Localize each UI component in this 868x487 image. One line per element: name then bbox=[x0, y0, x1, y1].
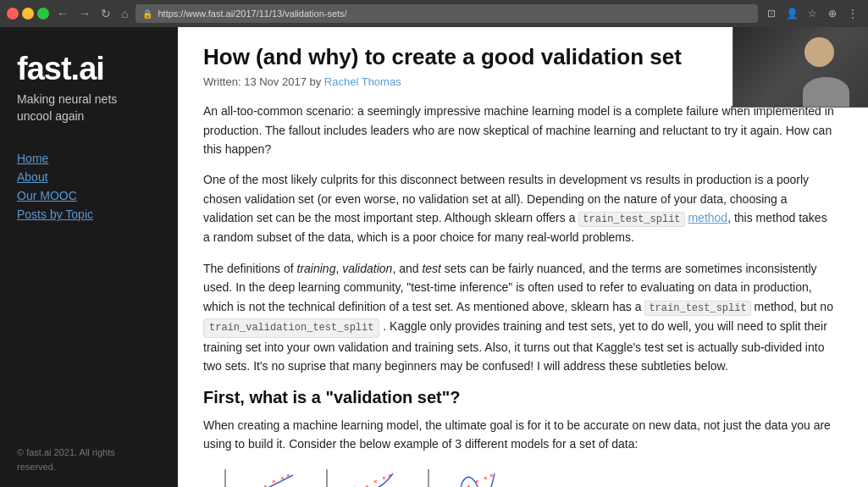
video-person bbox=[733, 27, 868, 107]
chart-3-svg: × × × × × × × bbox=[420, 465, 505, 487]
charts-row: Price × × × × × × × bbox=[203, 465, 834, 487]
menu-icon[interactable]: ⋮ bbox=[844, 5, 861, 22]
chart-3: Price × × × × × × × bbox=[406, 465, 508, 487]
browser-chrome: ← → ↻ ⌂ 🔒 https://www.fast.ai/2017/11/13… bbox=[0, 0, 868, 27]
site-logo: fast.ai bbox=[17, 53, 161, 85]
person-body bbox=[803, 77, 849, 107]
refresh-button[interactable]: ↻ bbox=[98, 5, 113, 22]
chart-2: Price × × × × × × × bbox=[305, 465, 406, 487]
browser-actions: ⊡ 👤 ☆ ⊕ ⋮ bbox=[763, 5, 861, 22]
address-bar[interactable]: 🔒 https://www.fast.ai/2017/11/13/validat… bbox=[135, 4, 758, 23]
chart-1-svg: × × × × × × × bbox=[217, 465, 301, 487]
person-head bbox=[804, 37, 834, 67]
minimize-button[interactable] bbox=[22, 8, 34, 19]
author-link[interactable]: Rachel Thomas bbox=[324, 75, 401, 88]
svg-text:×: × bbox=[263, 483, 268, 487]
sidebar-nav: Home About Our MOOC Posts by Topic bbox=[0, 138, 178, 235]
url-text: https://www.fast.ai/2017/11/13/validatio… bbox=[158, 8, 346, 19]
forward-button[interactable]: → bbox=[76, 5, 93, 22]
sidebar: fast.ai Making neural netsuncool again H… bbox=[0, 27, 178, 487]
chart-2-svg: × × × × × × × bbox=[318, 465, 403, 487]
close-button[interactable] bbox=[7, 8, 19, 19]
bookmark-icon[interactable]: ☆ bbox=[804, 5, 821, 22]
nav-mooc[interactable]: Our MOOC bbox=[17, 189, 161, 202]
paragraph-2: One of the most likely culprits for this… bbox=[203, 170, 834, 246]
section-paragraph: When creating a machine learning model, … bbox=[203, 416, 834, 454]
chart-1: Price × × × × × × × bbox=[203, 465, 305, 487]
code-train-val-test: train_validation_test_split bbox=[203, 318, 379, 338]
cast-icon[interactable]: ⊡ bbox=[763, 5, 780, 22]
window-controls bbox=[7, 8, 49, 19]
svg-text:×: × bbox=[373, 478, 378, 485]
nav-posts-by-topic[interactable]: Posts by Topic bbox=[17, 208, 161, 221]
nav-home[interactable]: Home bbox=[17, 152, 161, 165]
svg-text:×: × bbox=[365, 483, 369, 487]
lock-icon: 🔒 bbox=[142, 9, 152, 19]
logo-area: fast.ai Making neural netsuncool again bbox=[0, 27, 178, 138]
section-title: First, what is a "validation set"? bbox=[203, 388, 834, 407]
account-icon[interactable]: 👤 bbox=[783, 5, 800, 22]
svg-text:×: × bbox=[382, 474, 386, 482]
code-train-test-split: train_test_split bbox=[578, 212, 684, 227]
extension-icon[interactable]: ⊕ bbox=[824, 5, 841, 22]
back-button[interactable]: ← bbox=[54, 5, 71, 22]
code-train-test-split-2: train_test_split bbox=[644, 301, 750, 316]
home-button[interactable]: ⌂ bbox=[119, 5, 130, 22]
maximize-button[interactable] bbox=[37, 8, 49, 19]
article-body: An all-too-common scenario: a seemingly … bbox=[203, 102, 834, 487]
logo-text: fast.ai bbox=[17, 51, 104, 86]
paragraph-1: An all-too-common scenario: a seemingly … bbox=[203, 102, 834, 158]
sidebar-footer: © fast.ai 2021. All rightsreserved. bbox=[17, 445, 115, 473]
logo-tagline: Making neural netsuncool again bbox=[17, 91, 161, 125]
svg-text:×: × bbox=[484, 474, 488, 482]
svg-text:×: × bbox=[467, 483, 471, 487]
method-link[interactable]: method bbox=[688, 211, 727, 224]
paragraph-3: The definitions of training, validation,… bbox=[203, 259, 834, 376]
video-overlay bbox=[733, 27, 868, 108]
nav-about[interactable]: About bbox=[17, 170, 161, 184]
